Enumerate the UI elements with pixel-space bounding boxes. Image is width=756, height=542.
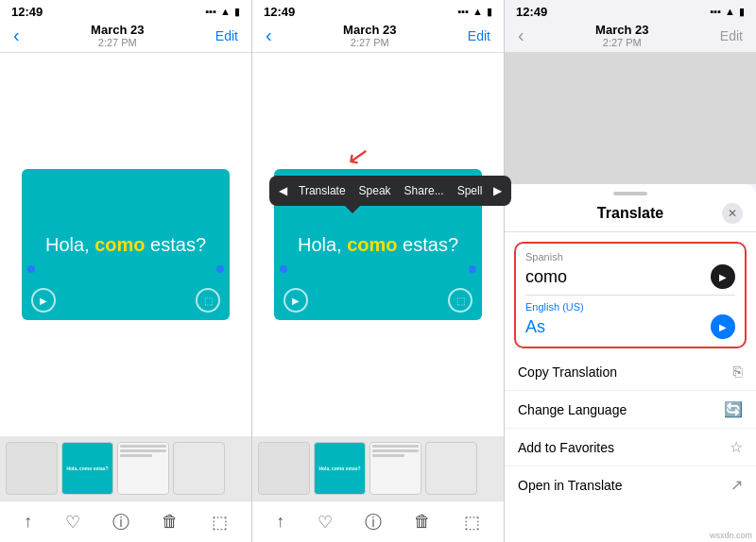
source-word-row: como ▶ <box>525 264 735 289</box>
slide-play-btn-1[interactable]: ▶ <box>31 288 56 313</box>
nav-date-3: March 23 <box>595 23 648 37</box>
slide-text-2: Hola, como estas? <box>298 234 458 256</box>
trash-icon-2[interactable]: 🗑 <box>414 512 431 532</box>
nav-center-1: March 23 2:27 PM <box>91 23 144 48</box>
nav-bar-1: ‹ March 23 2:27 PM Edit <box>0 21 251 53</box>
heart-icon-2[interactable]: ♡ <box>318 512 333 533</box>
slide-share-btn-2[interactable]: ⬚ <box>448 288 472 313</box>
context-menu: ◀ Translate Speak Share... Spell ▶ <box>269 176 511 206</box>
slide-area-2: Hola, como estas? ▶ ⬚ <box>252 53 504 436</box>
action-change-label: Change Language <box>518 402 627 417</box>
duplicate-icon-1[interactable]: ⬚ <box>212 512 228 533</box>
slide-play-btn-2[interactable]: ▶ <box>284 288 308 313</box>
sheet-header: Translate ✕ <box>505 199 756 232</box>
context-share[interactable]: Share... <box>399 180 450 201</box>
signal-icon-1: ▪▪▪ <box>205 6 216 17</box>
nav-edit-3: Edit <box>720 28 743 43</box>
target-lang-label: English (US) <box>525 301 735 313</box>
trash-icon-1[interactable]: 🗑 <box>162 512 179 532</box>
sheet-handle <box>613 192 647 195</box>
nav-back-2[interactable]: ‹ <box>266 25 272 46</box>
language-icon: 🔄 <box>724 400 743 418</box>
sheet-close-button[interactable]: ✕ <box>722 203 743 224</box>
status-bar-3: 12:49 ▪▪▪ ▲ ▮ <box>505 0 756 21</box>
context-arrow-left[interactable]: ◀ <box>275 182 291 199</box>
phone-panel-2: 12:49 ▪▪▪ ▲ ▮ ‹ March 23 2:27 PM Edit ↙ … <box>252 0 505 542</box>
action-copy-translation[interactable]: Copy Translation ⎘ <box>505 354 756 391</box>
status-icons-3: ▪▪▪ ▲ ▮ <box>710 6 745 18</box>
share-icon-2[interactable]: ↑ <box>276 512 284 532</box>
thumb-1-3[interactable] <box>117 442 169 495</box>
nav-back-1[interactable]: ‹ <box>13 25 20 46</box>
thumb-2-2[interactable]: Hola, como estas? <box>314 442 366 495</box>
battery-icon-2: ▮ <box>487 6 492 18</box>
copy-icon: ⎘ <box>733 364 743 381</box>
nav-edit-2[interactable]: Edit <box>468 28 490 43</box>
thumb-2-1[interactable] <box>258 442 310 495</box>
thumb-1-2[interactable]: Hola, como estas? <box>61 442 113 495</box>
context-arrow-right[interactable]: ▶ <box>490 182 506 199</box>
status-icons-1: ▪▪▪ ▲ ▮ <box>205 6 240 18</box>
nav-center-3: March 23 2:27 PM <box>595 23 648 48</box>
nav-back-3[interactable]: ‹ <box>518 25 524 46</box>
nav-edit-1[interactable]: Edit <box>215 28 238 43</box>
slide-share-btn-1[interactable]: ⬚ <box>196 288 220 313</box>
nav-bar-2: ‹ March 23 2:27 PM Edit <box>252 21 504 53</box>
context-spell[interactable]: Spell <box>452 180 489 201</box>
info-icon-2[interactable]: ⓘ <box>365 511 382 534</box>
external-link-icon: ↗ <box>730 476 743 494</box>
action-open-label: Open in Translate <box>518 478 623 493</box>
action-copy-label: Copy Translation <box>518 364 617 380</box>
context-translate[interactable]: Translate <box>293 180 352 201</box>
target-word-row: As ▶ <box>525 314 735 339</box>
slide-area-1: Hola, como estas? ▶ ⬚ <box>0 53 251 436</box>
action-add-favorites[interactable]: Add to Favorites ☆ <box>505 429 756 466</box>
thumb-1-4[interactable] <box>173 442 225 495</box>
translate-sheet: Translate ✕ Spanish como ▶ English (US) … <box>505 184 756 542</box>
wifi-icon-1: ▲ <box>220 6 231 17</box>
target-word-text: As <box>525 317 545 337</box>
sheet-title: Translate <box>597 205 663 222</box>
translation-divider <box>525 295 735 296</box>
dot-right-1 <box>216 265 224 273</box>
nav-time-2: 2:27 PM <box>343 37 396 48</box>
thumb-2-3[interactable] <box>369 442 421 495</box>
slide-card-1: Hola, como estas? ▶ ⬚ <box>22 169 230 320</box>
thumb-1-1[interactable] <box>6 442 58 495</box>
info-icon-1[interactable]: ⓘ <box>112 511 129 534</box>
status-bar-2: 12:49 ▪▪▪ ▲ ▮ <box>252 0 504 21</box>
nav-date-1: March 23 <box>91 23 144 37</box>
duplicate-icon-2[interactable]: ⬚ <box>464 512 480 533</box>
bottom-toolbar-2: ↑ ♡ ⓘ 🗑 ⬚ <box>252 500 504 542</box>
heart-icon-1[interactable]: ♡ <box>65 512 80 533</box>
share-icon-1[interactable]: ↑ <box>24 512 32 532</box>
signal-icon-2: ▪▪▪ <box>457 6 469 17</box>
watermark: wsxdn.com <box>710 531 752 540</box>
translation-box: Spanish como ▶ English (US) As ▶ <box>514 242 747 348</box>
action-change-language[interactable]: Change Language 🔄 <box>505 391 756 429</box>
context-menu-tail <box>345 206 360 213</box>
status-time-1: 12:49 <box>11 5 43 19</box>
nav-date-2: March 23 <box>343 23 396 37</box>
phone-panel-1: 12:49 ▪▪▪ ▲ ▮ ‹ March 23 2:27 PM Edit Ho… <box>0 0 252 542</box>
action-open-translate[interactable]: Open in Translate ↗ <box>505 466 756 503</box>
signal-icon-3: ▪▪▪ <box>710 6 721 17</box>
source-lang-label: Spanish <box>525 251 735 263</box>
source-word-text: como <box>525 267 567 287</box>
battery-icon-3: ▮ <box>739 6 745 18</box>
dot-left-1 <box>27 265 35 273</box>
status-bar-1: 12:49 ▪▪▪ ▲ ▮ <box>0 0 251 21</box>
target-play-button[interactable]: ▶ <box>711 314 735 339</box>
nav-time-1: 2:27 PM <box>91 37 144 48</box>
star-icon: ☆ <box>730 438 743 456</box>
bottom-toolbar-1: ↑ ♡ ⓘ 🗑 ⬚ <box>0 500 251 542</box>
nav-bar-3: ‹ March 23 2:27 PM Edit <box>505 21 756 52</box>
status-time-2: 12:49 <box>264 5 295 19</box>
wifi-icon-3: ▲ <box>725 6 735 17</box>
source-play-button[interactable]: ▶ <box>711 264 735 289</box>
phone-panel-3: 12:49 ▪▪▪ ▲ ▮ ‹ March 23 2:27 PM Edit Tr… <box>505 0 756 542</box>
context-speak[interactable]: Speak <box>353 180 397 201</box>
dot-right-2 <box>469 265 476 273</box>
slide-text-1: Hola, como estas? <box>45 234 206 256</box>
thumb-2-4[interactable] <box>425 442 477 495</box>
